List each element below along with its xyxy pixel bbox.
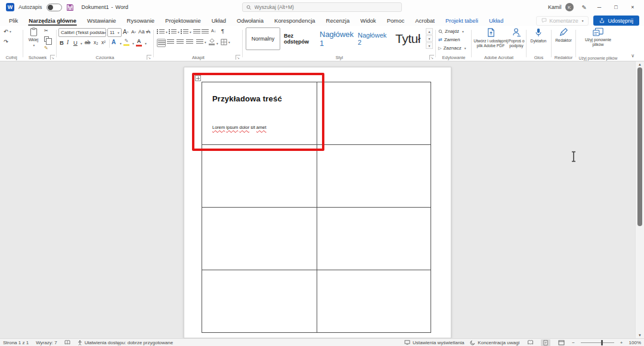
find-button[interactable]: Znajdź ▾ <box>438 29 464 34</box>
zoom-slider[interactable] <box>581 342 614 343</box>
highlight-dropdown-icon[interactable]: ▾ <box>132 42 134 45</box>
superscript-button[interactable]: x² <box>101 39 106 45</box>
tab-recenzja[interactable]: Recenzja <box>321 14 355 26</box>
italic-button[interactable]: I <box>67 39 69 45</box>
sort-button[interactable]: A↓ <box>211 29 216 33</box>
style-naglowek-2[interactable]: Nagłówek 2 <box>358 27 390 50</box>
line-spacing-button[interactable]: ▾ <box>196 39 206 45</box>
change-case-button[interactable]: Aa▾ <box>138 29 147 35</box>
close-button[interactable]: × <box>628 4 637 10</box>
tab-acrobat[interactable]: Acrobat <box>410 14 440 26</box>
request-signatures-button[interactable]: Poproś o podpisy <box>508 27 525 48</box>
reuse-files-button[interactable]: Użyj ponownie plików <box>579 27 617 47</box>
tab-narzedzia-glowne[interactable]: Narzędzia główne <box>23 14 82 26</box>
view-web-layout-button[interactable] <box>556 339 566 346</box>
user-name[interactable]: Kamil <box>548 4 562 10</box>
redo-button[interactable]: ↷ <box>4 39 8 45</box>
text-effects-button[interactable]: A <box>112 39 116 45</box>
document-canvas[interactable]: Przykładowa treść Lorem ipsum dolor sit … <box>0 61 644 338</box>
style-bez-odstepow[interactable]: Bez odstępów <box>284 27 318 50</box>
zoom-out-button[interactable]: − <box>572 340 575 345</box>
table-cell-1-2[interactable] <box>317 82 431 145</box>
minimize-button[interactable]: ─ <box>595 4 603 10</box>
paragraph-dialog-launcher[interactable]: ↘ <box>236 55 240 60</box>
dictate-button[interactable]: Dyktafon <box>528 27 549 44</box>
styles-gallery-more[interactable]: ▼ <box>426 42 433 49</box>
search-box[interactable] <box>242 2 402 12</box>
table-cell-3-1[interactable] <box>202 208 317 270</box>
table-cell-2-2[interactable] <box>317 145 431 208</box>
page-indicator[interactable]: Strona 1 z 1 <box>3 340 29 345</box>
select-button[interactable]: ▷ Zaznacz ▾ <box>438 45 466 51</box>
decrease-indent-button[interactable] <box>193 29 200 35</box>
share-button[interactable]: Udostępnij <box>593 16 639 26</box>
save-icon[interactable] <box>66 4 74 11</box>
scroll-up-icon[interactable]: ▲ <box>636 63 644 66</box>
table-cell-4-2[interactable] <box>317 270 431 333</box>
zoom-level[interactable]: 100% <box>629 340 641 345</box>
proofing-status[interactable] <box>64 340 70 345</box>
tab-pomoc[interactable]: Pomoc <box>382 14 410 26</box>
font-name-combo[interactable]: Calibri (Tekst podsta ▾ <box>58 28 106 37</box>
paste-button[interactable]: Wklej ▾ <box>26 27 41 48</box>
font-dialog-launcher[interactable]: ↘ <box>147 55 151 60</box>
underline-dropdown-icon[interactable]: ▾ <box>80 42 82 45</box>
show-marks-button[interactable]: ¶ <box>221 28 224 34</box>
tab-uklad[interactable]: Układ <box>206 14 231 26</box>
shrink-font-button[interactable]: A˅ <box>131 29 136 35</box>
font-size-combo[interactable]: 11 ▾ <box>107 28 122 37</box>
styles-scroll-up[interactable]: ▲ <box>426 28 433 35</box>
tab-rysowanie[interactable]: Rysowanie <box>122 14 160 26</box>
scroll-down-icon[interactable]: ▼ <box>636 333 644 337</box>
scrollbar-thumb[interactable] <box>637 67 642 226</box>
table-cell-3-2[interactable] <box>317 208 431 270</box>
font-color-dropdown-icon[interactable]: ▾ <box>145 42 147 45</box>
tab-korespondencja[interactable]: Korespondencja <box>269 14 321 26</box>
accessibility-status[interactable]: Ułatwienia dostępu: dobrze przygotowane <box>78 340 174 345</box>
styles-scroll-down[interactable]: ▼ <box>426 35 433 42</box>
shading-button[interactable] <box>209 38 215 45</box>
zoom-slider-thumb[interactable] <box>601 340 603 345</box>
autosave-toggle[interactable] <box>47 4 62 11</box>
underline-button[interactable]: U <box>73 39 78 46</box>
increase-indent-button[interactable] <box>202 29 209 35</box>
format-painter-button[interactable]: ✎ <box>44 45 48 51</box>
style-normalny[interactable]: Normalny <box>246 27 280 50</box>
collapse-ribbon-icon[interactable]: ∨ <box>631 53 634 58</box>
borders-button[interactable]: ▾ <box>221 39 230 45</box>
replace-button[interactable]: ⇄ Zamień <box>438 37 460 42</box>
comments-button[interactable]: Komentarze ▾ <box>536 16 589 26</box>
view-print-layout-button[interactable] <box>541 339 550 346</box>
font-color-button[interactable]: A <box>136 38 142 47</box>
table-cell-2-1[interactable] <box>202 145 317 208</box>
text-effects-dropdown-icon[interactable]: ▾ <box>120 42 122 45</box>
subscript-button[interactable]: x₂ <box>94 39 98 45</box>
clipboard-dialog-launcher[interactable]: ↘ <box>50 55 55 60</box>
tab-projekt-tabeli[interactable]: Projekt tabeli <box>440 14 484 26</box>
bold-button[interactable]: B <box>60 39 64 46</box>
ink-pen-icon[interactable]: ✎ <box>582 4 587 11</box>
clear-formatting-button[interactable]: A <box>147 29 150 35</box>
editor-button[interactable]: Redaktor <box>553 27 574 43</box>
tab-odwolania[interactable]: Odwołania <box>231 14 269 26</box>
align-right-button[interactable] <box>177 39 184 45</box>
grow-font-button[interactable]: A˄ <box>123 29 129 35</box>
undo-button[interactable]: ↶ ▾ <box>4 29 11 35</box>
style-naglowek-1[interactable]: Nagłówek 1 <box>320 27 357 50</box>
styles-dialog-launcher[interactable]: ↘ <box>429 55 434 60</box>
align-center-button[interactable] <box>167 39 174 45</box>
numbering-button[interactable]: ▾ <box>169 29 179 35</box>
style-tytul[interactable]: Tytuł <box>392 27 423 50</box>
vertical-scrollbar[interactable]: ▲ ▼ <box>635 61 644 338</box>
tab-projektowanie[interactable]: Projektowanie <box>160 14 206 26</box>
cut-button[interactable]: ✂ <box>44 28 48 33</box>
search-input[interactable] <box>255 4 398 10</box>
display-settings-button[interactable]: Ustawienia wyświetlania <box>404 340 464 345</box>
maximize-button[interactable]: □ <box>612 4 620 10</box>
zoom-in-button[interactable]: + <box>620 340 623 345</box>
word-logo-icon[interactable]: W <box>6 3 14 11</box>
align-left-button[interactable] <box>157 39 166 47</box>
bullets-button[interactable]: ▾ <box>157 29 168 35</box>
justify-button[interactable] <box>186 39 193 45</box>
tab-wstawianie[interactable]: Wstawianie <box>82 14 122 26</box>
